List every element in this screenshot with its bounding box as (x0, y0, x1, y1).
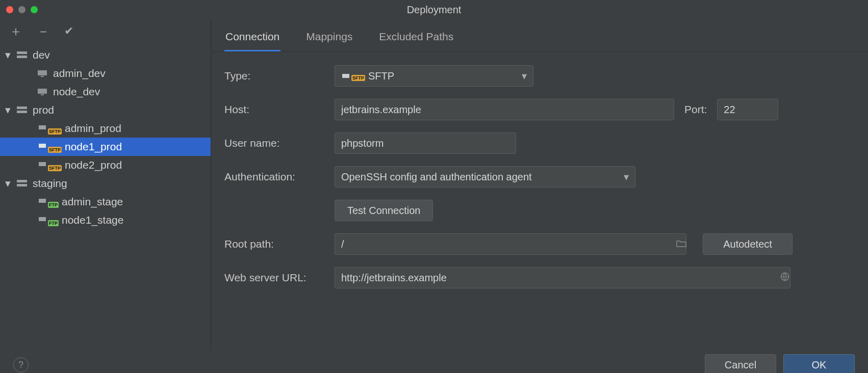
host-label: Host: (224, 103, 324, 116)
sftp-server-icon (36, 160, 49, 170)
globe-icon[interactable] (780, 272, 789, 284)
auth-select[interactable]: OpenSSH config and authentication agent … (335, 166, 635, 188)
sftp-badge: SFTP (48, 165, 62, 171)
remove-icon[interactable]: － (37, 22, 50, 40)
tree-item-admin-stage[interactable]: FTP admin_stage (0, 193, 211, 211)
port-input[interactable] (717, 99, 778, 120)
sidebar: ＋ － ✔ ▾ dev admin_dev node_dev ▾ prod (0, 19, 211, 350)
sftp-badge: SFTP (48, 128, 62, 135)
sftp-server-icon (36, 142, 49, 152)
tree-group-prod[interactable]: ▾ prod (0, 101, 211, 119)
tree-item-node2-prod[interactable]: SFTP node2_prod (0, 156, 211, 174)
svg-rect-4 (38, 89, 47, 94)
svg-rect-9 (39, 144, 46, 148)
help-icon[interactable]: ? (13, 357, 29, 372)
svg-rect-7 (17, 111, 27, 113)
tree-item-node-dev[interactable]: node_dev (0, 83, 211, 101)
type-label: Type: (224, 70, 324, 82)
sidebar-toolbar: ＋ － ✔ (0, 19, 211, 43)
svg-rect-13 (39, 199, 46, 203)
chevron-down-icon: ▾ (5, 177, 15, 190)
ftp-badge: FTP (48, 202, 59, 208)
svg-rect-8 (39, 125, 46, 129)
svg-rect-6 (17, 106, 27, 109)
local-server-icon (36, 68, 49, 78)
check-icon[interactable]: ✔ (64, 24, 73, 38)
web-url-input[interactable] (335, 267, 790, 288)
local-server-icon (36, 87, 49, 97)
tab-excluded-paths[interactable]: Excluded Paths (378, 26, 454, 51)
svg-rect-5 (41, 94, 44, 95)
tree-item-label: node1_prod (65, 141, 122, 153)
cancel-button[interactable]: Cancel (705, 354, 776, 373)
server-group-icon (15, 105, 29, 115)
svg-rect-0 (17, 51, 27, 54)
tab-connection[interactable]: Connection (224, 26, 280, 51)
username-input[interactable] (335, 132, 516, 154)
host-input[interactable] (335, 99, 674, 120)
svg-rect-2 (38, 70, 47, 75)
ok-button[interactable]: OK (783, 354, 855, 373)
add-icon[interactable]: ＋ (9, 22, 22, 40)
tree-item-label: admin_stage (62, 196, 123, 208)
folder-open-icon[interactable] (676, 238, 686, 250)
dialog-footer: ? Cancel OK (0, 350, 868, 373)
tree-item-admin-prod[interactable]: SFTP admin_prod (0, 119, 211, 138)
test-connection-button[interactable]: Test Connection (335, 200, 433, 221)
svg-rect-12 (17, 184, 27, 186)
type-select[interactable]: SFTP SFTP ▾ (335, 65, 533, 87)
tree-item-label: node1_stage (62, 214, 123, 226)
chevron-down-icon: ▾ (5, 49, 15, 61)
auth-label: Authentication: (224, 171, 324, 183)
tree-item-label: node_dev (53, 86, 100, 98)
chevron-down-icon: ▾ (5, 104, 15, 116)
sftp-server-icon (36, 123, 49, 134)
sftp-badge: SFTP (48, 147, 62, 153)
svg-rect-15 (342, 74, 349, 78)
tree-item-admin-dev[interactable]: admin_dev (0, 64, 211, 83)
root-path-input[interactable] (335, 233, 686, 255)
tab-bar: Connection Mappings Excluded Paths (211, 19, 868, 52)
sftp-type-icon (341, 71, 352, 81)
tree-group-dev[interactable]: ▾ dev (0, 46, 211, 64)
tree-item-label: admin_dev (53, 67, 106, 79)
window-title: Deployment (0, 4, 868, 16)
tree-group-label: staging (33, 177, 67, 190)
svg-rect-3 (41, 76, 44, 77)
ftp-badge: FTP (48, 220, 59, 226)
ftp-server-icon (36, 215, 49, 225)
server-group-icon (15, 178, 29, 189)
titlebar: Deployment (0, 0, 868, 19)
tree-item-label: node2_prod (65, 159, 122, 171)
web-url-label: Web server URL: (224, 272, 324, 284)
svg-rect-1 (17, 56, 27, 58)
connection-form: Type: SFTP SFTP ▾ Host: Port: User name:… (211, 52, 868, 306)
content-panel: Connection Mappings Excluded Paths Type:… (211, 19, 868, 350)
chevron-down-icon: ▾ (624, 171, 629, 183)
sftp-badge: SFTP (351, 75, 365, 81)
tree-group-staging[interactable]: ▾ staging (0, 174, 211, 193)
root-path-label: Root path: (224, 238, 324, 250)
type-value: SFTP (368, 70, 522, 82)
svg-rect-11 (17, 180, 27, 182)
server-group-icon (15, 50, 29, 60)
autodetect-button[interactable]: Autodetect (703, 233, 793, 255)
ftp-server-icon (36, 197, 49, 207)
server-tree: ▾ dev admin_dev node_dev ▾ prod SFTP adm… (0, 43, 211, 350)
tab-mappings[interactable]: Mappings (305, 26, 353, 51)
port-label: Port: (684, 103, 707, 116)
tree-item-node1-prod[interactable]: SFTP node1_prod (0, 138, 211, 156)
svg-rect-14 (39, 217, 46, 221)
auth-value: OpenSSH config and authentication agent (341, 171, 624, 183)
tree-group-label: dev (33, 49, 50, 61)
tree-item-node1-stage[interactable]: FTP node1_stage (0, 211, 211, 229)
tree-item-label: admin_prod (65, 122, 121, 135)
chevron-down-icon: ▾ (522, 70, 527, 82)
tree-group-label: prod (33, 104, 54, 116)
username-label: User name: (224, 137, 324, 149)
svg-rect-10 (39, 162, 46, 166)
